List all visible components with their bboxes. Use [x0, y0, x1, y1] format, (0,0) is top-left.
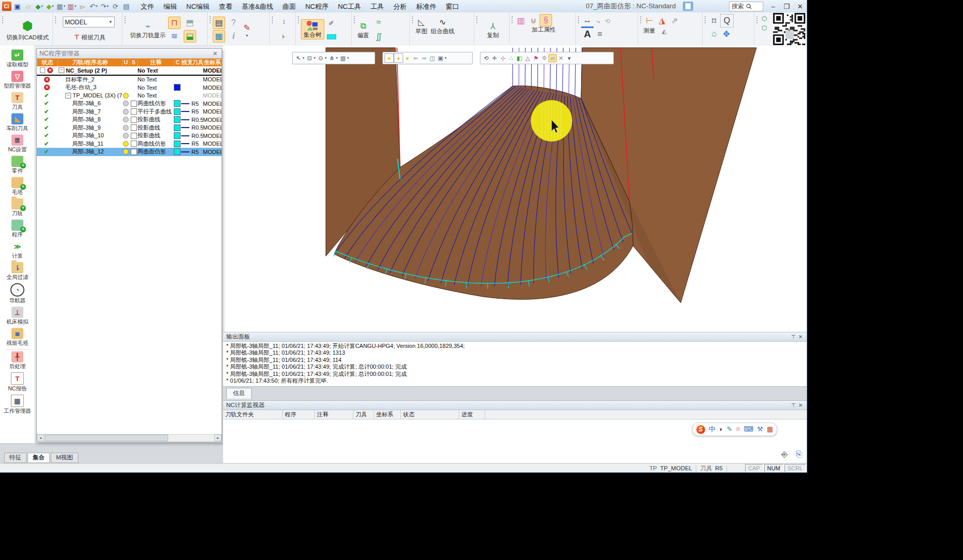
snap-icon[interactable]: ⊹: [499, 54, 507, 62]
surface-blend-icon[interactable]: ∬: [373, 30, 385, 43]
color-swatch[interactable]: [174, 141, 181, 147]
menu-item-6[interactable]: 曲面: [278, 1, 300, 12]
scroll-left-icon[interactable]: ◂: [37, 435, 44, 441]
monitor-column-刀具[interactable]: 刀具: [353, 410, 374, 419]
tab-特征[interactable]: 特征: [4, 453, 26, 463]
show-tool-toggle[interactable]: ⊓: [168, 17, 181, 29]
bulb-off-icon[interactable]: [123, 125, 129, 131]
vertical-dim-icon[interactable]: ↕: [279, 17, 288, 26]
curvature-map-icon[interactable]: ◮: [656, 14, 668, 26]
row-checkbox[interactable]: [131, 141, 137, 147]
close-tools-icon[interactable]: ✕: [557, 54, 565, 62]
select-circle-icon[interactable]: ⊙: [317, 54, 325, 62]
table-row[interactable]: ✔局部-3轴_7平行于多曲线R5MODEL: [37, 108, 222, 116]
next-state-icon[interactable]: ⇒: [420, 54, 428, 62]
sidebar-item-刀具[interactable]: T刀具: [0, 92, 35, 111]
tree-dim-icon[interactable]: ⊦: [279, 33, 288, 41]
search-input[interactable]: 搜索: [729, 2, 763, 11]
menu-item-3[interactable]: NC编辑: [182, 1, 214, 12]
column-header-U[interactable]: U: [122, 59, 129, 66]
column-header-状态[interactable]: 状态: [37, 59, 58, 66]
normal-check-icon[interactable]: ⇗: [668, 14, 681, 26]
sidebar-item-工作管理器[interactable]: ▦工作管理器: [0, 395, 35, 415]
cyan-swatch-icon[interactable]: [327, 34, 336, 39]
view-right-icon[interactable]: ⬡: [760, 23, 769, 32]
monitor-column-坐标系[interactable]: 坐标系: [374, 410, 401, 419]
color-swatch[interactable]: [174, 108, 181, 115]
pan-icon[interactable]: ✥: [720, 27, 733, 40]
column-header-线宽[interactable]: 线宽: [181, 59, 191, 66]
column-header-刀具[interactable]: 刀具: [191, 59, 203, 66]
model-dropdown[interactable]: MODEL ▼: [63, 17, 115, 27]
ime-logo-icon[interactable]: S: [696, 425, 705, 434]
toolpath-display-button[interactable]: ⌁ 切换刀轨显示: [128, 20, 168, 39]
tab-集合[interactable]: 集合: [27, 453, 50, 463]
flag-icon[interactable]: ⚑: [532, 54, 540, 62]
sidebar-item-NC设置[interactable]: ≣NC设置: [0, 134, 35, 153]
ime-mic-icon[interactable]: ⌾: [736, 424, 740, 435]
table-row[interactable]: ✕−NC_Setup (2 P)No TextMODEL: [37, 66, 222, 76]
scrollbar-thumb[interactable]: [45, 435, 168, 441]
monitor-column-注释[interactable]: 注释: [315, 410, 353, 419]
color-swatch[interactable]: [174, 148, 181, 155]
linear-dim-icon[interactable]: ↔: [581, 14, 594, 28]
sidebar-item-NC报告[interactable]: TNC报告: [0, 372, 35, 393]
zoom-all-icon[interactable]: ⌂: [708, 27, 720, 40]
pin-icon[interactable]: ⊤: [790, 402, 797, 408]
active-plane-icon[interactable]: ▱: [548, 54, 557, 62]
menu-item-4[interactable]: 查看: [214, 1, 237, 12]
column-header-刀轨/程序名称[interactable]: 刀轨/程序名称: [58, 59, 122, 66]
select-filter-icon[interactable]: ▥: [339, 54, 347, 62]
scroll-right-icon[interactable]: ▸: [214, 435, 222, 441]
color-swatch[interactable]: [174, 84, 181, 91]
edit-cube-icon[interactable]: ✎: [241, 21, 253, 34]
close-icon[interactable]: ✕: [797, 402, 804, 408]
gauge-icon[interactable]: ⟐: [540, 54, 548, 62]
zoom-window-icon[interactable]: ⌑: [708, 15, 720, 27]
save-button[interactable]: ▣: [12, 1, 22, 11]
menu-item-12[interactable]: 窗口: [441, 1, 464, 12]
table-row[interactable]: ✔局部-3轴_6两曲线仿形R5MODEL: [37, 100, 222, 108]
viewport-lock-icon[interactable]: ⎆: [781, 450, 788, 459]
brush-icon[interactable]: ✐: [327, 19, 336, 27]
prev-state-icon[interactable]: ⇐: [411, 54, 420, 62]
table-row[interactable]: ✔局部-3轴_11两曲线仿形R5MODEL: [37, 140, 222, 148]
menu-item-10[interactable]: 分析: [389, 1, 411, 12]
menu-item-1[interactable]: 文件: [136, 1, 159, 12]
text-tool-icon[interactable]: A: [581, 28, 594, 40]
table-row[interactable]: ✕目标零件_2No TextMODEL: [37, 76, 222, 84]
info-icon[interactable]: i: [227, 30, 240, 43]
zoom-select-icon[interactable]: Q: [720, 14, 734, 27]
offset-button[interactable]: ⧉ 偏置: [357, 20, 369, 39]
sketch-button[interactable]: ◺ 草图: [415, 16, 428, 35]
ime-pen-icon[interactable]: ✎: [727, 424, 733, 435]
mesh-icon[interactable]: △: [524, 54, 532, 62]
pocket-icon[interactable]: ▥: [515, 14, 527, 26]
reload-button[interactable]: ⟳: [111, 1, 120, 11]
horizontal-scrollbar[interactable]: ◂ ▸: [37, 434, 222, 442]
hatch-lines-icon[interactable]: ≡: [594, 28, 606, 40]
pocket-tool-icon[interactable]: ⊎: [527, 14, 540, 26]
select-box-icon[interactable]: ⊡: [306, 54, 314, 62]
collapse-icon[interactable]: −: [59, 67, 64, 73]
update-dim-icon[interactable]: ⟲: [603, 17, 612, 25]
color-swatch[interactable]: [174, 116, 181, 123]
close-icon[interactable]: ✕: [797, 334, 804, 340]
view-iso-icon[interactable]: ⬡: [760, 14, 769, 23]
bulb-off-icon[interactable]: [123, 101, 129, 106]
bulb-on-icon[interactable]: [123, 141, 129, 147]
menu-item-8[interactable]: NC工具: [333, 1, 366, 12]
ime-grid-icon[interactable]: ▦: [767, 424, 773, 435]
tab-info[interactable]: 信息: [226, 388, 252, 399]
sidebar-item-机床模拟[interactable]: ⊥机床模拟: [0, 306, 35, 326]
sidebar-item-后处理[interactable]: ╀后处理: [0, 351, 35, 370]
composite-curve-button[interactable]: ∿ 组合曲线: [431, 16, 455, 35]
pin-icon[interactable]: ⊤: [790, 334, 797, 340]
row-checkbox[interactable]: [131, 117, 137, 123]
panel-close-icon[interactable]: ✕: [211, 50, 219, 57]
thread-attr-icon[interactable]: §: [540, 14, 552, 26]
column-header-坐标系[interactable]: 坐标系: [203, 59, 222, 66]
copy-button[interactable]: ⅄ 复制: [474, 12, 510, 46]
column-header-注释[interactable]: 注释: [137, 59, 174, 66]
sidebar-item-刀轨[interactable]: +刀轨: [0, 198, 35, 217]
